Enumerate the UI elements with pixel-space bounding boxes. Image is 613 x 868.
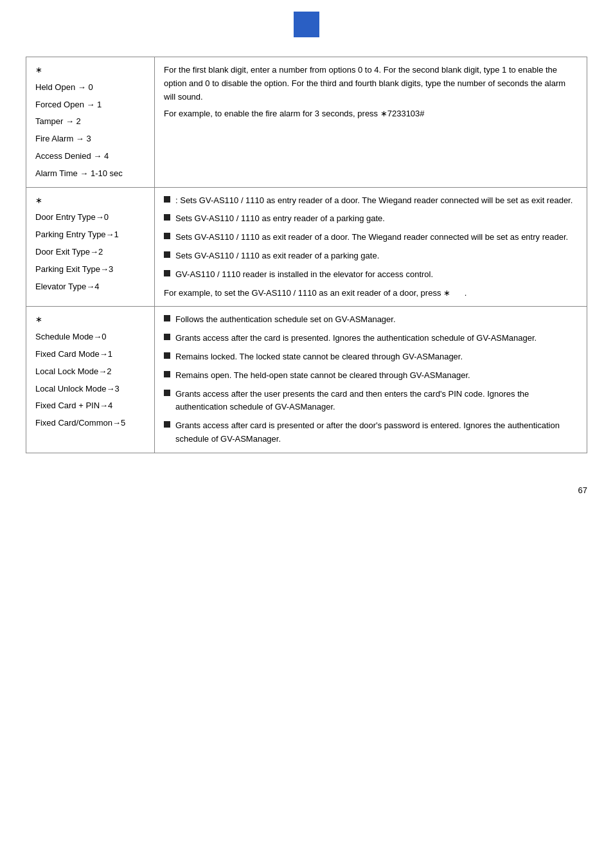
table-row: ∗ Held Open → 0 Forced Open → 1 Tamper →…	[26, 57, 587, 188]
left-cell-row3: ∗ Schedule Mode→0 Fixed Card Mode→1 Loca…	[26, 307, 155, 453]
bullet-text: Remains open. The held-open state cannot…	[175, 369, 578, 383]
left-item: Local Unlock Mode→3	[35, 383, 145, 396]
list-item: : Sets GV-AS110 / 1110 as entry reader o…	[164, 194, 578, 208]
left-item: Fire Alarm → 3	[35, 132, 145, 146]
bullet-text: GV-AS110 / 1110 reader is installed in t…	[175, 268, 578, 282]
list-item: Sets GV-AS110 / 1110 as entry reader of …	[164, 212, 578, 226]
page-header	[0, 0, 613, 44]
bullet-text: Grants access after card is presented or…	[175, 419, 578, 446]
list-item: Sets GV-AS110 / 1110 as exit reader of a…	[164, 249, 578, 263]
bullet-text: Follows the authentication schedule set …	[175, 313, 578, 327]
table-row: ∗ Door Entry Type→0 Parking Entry Type→1…	[26, 187, 587, 307]
list-item: Grants access after the card is presente…	[164, 332, 578, 345]
table-row: ∗ Schedule Mode→0 Fixed Card Mode→1 Loca…	[26, 307, 587, 453]
bullet-icon	[164, 315, 170, 321]
bullet-text: : Sets GV-AS110 / 1110 as entry reader o…	[175, 194, 578, 208]
bullet-icon	[164, 334, 170, 340]
bullet-text: Sets GV-AS110 / 1110 as entry reader of …	[175, 212, 578, 226]
right-cell-row2: : Sets GV-AS110 / 1110 as entry reader o…	[155, 187, 587, 307]
bullet-text: Grants access after the user presents th…	[175, 388, 578, 415]
left-item: ∗	[35, 64, 145, 77]
bullet-icon	[164, 196, 170, 203]
list-item: For example, to set the GV-AS110 / 1110 …	[164, 287, 578, 300]
list-item: Follows the authentication schedule set …	[164, 313, 578, 327]
left-item: Door Exit Type→2	[35, 246, 145, 259]
bullet-icon	[164, 214, 170, 221]
list-item: Remains open. The held-open state cannot…	[164, 369, 578, 383]
bullet-icon	[164, 371, 170, 377]
right-cell-row1: For the first blank digit, enter a numbe…	[155, 57, 587, 188]
left-item: ∗	[35, 313, 145, 327]
right-paragraph: For the first blank digit, enter a numbe…	[164, 64, 578, 104]
content-table: ∗ Held Open → 0 Forced Open → 1 Tamper →…	[26, 57, 587, 453]
bullet-text: Grants access after the card is presente…	[175, 332, 578, 345]
list-item: Grants access after card is presented or…	[164, 419, 578, 446]
bullet-text: For example, to set the GV-AS110 / 1110 …	[164, 287, 578, 300]
left-item: Access Denied → 4	[35, 150, 145, 163]
left-item: Tamper → 2	[35, 115, 145, 129]
bullet-text: Sets GV-AS110 / 1110 as exit reader of a…	[175, 231, 578, 244]
left-item: Fixed Card/Common→5	[35, 417, 145, 430]
bullet-icon	[164, 421, 170, 428]
list-item: Remains locked. The locked state cannot …	[164, 350, 578, 364]
bullet-text: Sets GV-AS110 / 1110 as exit reader of a…	[175, 249, 578, 263]
left-item: Parking Exit Type→3	[35, 263, 145, 276]
left-item: Door Entry Type→0	[35, 211, 145, 224]
left-item: Alarm Time → 1-10 sec	[35, 167, 145, 181]
bullet-icon	[164, 390, 170, 396]
left-item: Elevator Type→4	[35, 280, 145, 294]
list-item: Sets GV-AS110 / 1110 as exit reader of a…	[164, 231, 578, 244]
bullet-icon	[164, 233, 170, 239]
left-item: ∗	[35, 194, 145, 208]
right-cell-row3: Follows the authentication schedule set …	[155, 307, 587, 453]
left-cell-row2: ∗ Door Entry Type→0 Parking Entry Type→1…	[26, 187, 155, 307]
bullet-icon	[164, 352, 170, 359]
left-item: Fixed Card Mode→1	[35, 348, 145, 361]
main-content: ∗ Held Open → 0 Forced Open → 1 Tamper →…	[0, 44, 613, 479]
header-blue-square	[294, 12, 319, 37]
right-paragraph: For example, to enable the fire alarm fo…	[164, 107, 578, 121]
left-item: Schedule Mode→0	[35, 330, 145, 344]
bullet-icon	[164, 270, 170, 276]
bullet-list: Follows the authentication schedule set …	[164, 313, 578, 446]
left-item: Parking Entry Type→1	[35, 228, 145, 242]
bullet-text: Remains locked. The locked state cannot …	[175, 350, 578, 364]
page-number: 67	[0, 479, 613, 502]
left-cell-row1: ∗ Held Open → 0 Forced Open → 1 Tamper →…	[26, 57, 155, 188]
page-number-text: 67	[578, 485, 587, 495]
left-item: Fixed Card + PIN→4	[35, 399, 145, 413]
list-item: GV-AS110 / 1110 reader is installed in t…	[164, 268, 578, 282]
left-item: Held Open → 0	[35, 81, 145, 95]
bullet-list: : Sets GV-AS110 / 1110 as entry reader o…	[164, 194, 578, 300]
list-item: Grants access after the user presents th…	[164, 388, 578, 415]
bullet-icon	[164, 251, 170, 258]
left-item: Local Lock Mode→2	[35, 365, 145, 379]
left-item: Forced Open → 1	[35, 98, 145, 112]
